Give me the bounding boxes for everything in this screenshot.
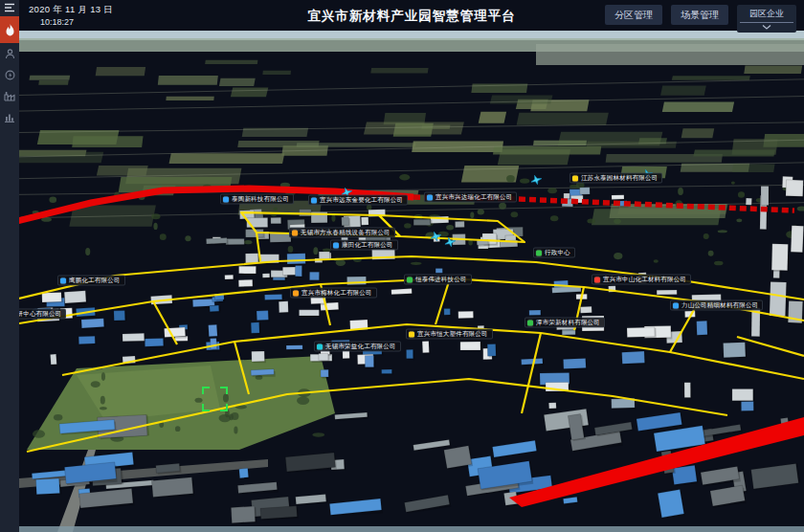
company-marker-icon <box>409 331 414 337</box>
company-map-label[interactable]: 鹰鹏化工有限公司 <box>57 276 125 286</box>
map-3d-viewport[interactable]: 泰陶新科技有限公司宜兴市远东金婴化工有限公司宜兴市兴达瑞化工有限公司无锡市方永春… <box>19 31 804 532</box>
company-marker-icon <box>572 175 578 181</box>
company-label-text: 力山公司精细材料有限公司 <box>681 302 758 309</box>
company-marker-icon <box>293 290 299 296</box>
company-marker-icon <box>292 230 298 235</box>
menu-icon[interactable] <box>0 0 19 14</box>
factory-icon <box>4 91 15 101</box>
scene-management-button[interactable]: 场景管理 <box>671 5 728 25</box>
company-map-label[interactable]: 力山公司精细材料有限公司 <box>670 300 763 311</box>
company-marker-icon <box>536 250 542 255</box>
company-map-label[interactable]: 行政中心 <box>533 248 575 258</box>
company-marker-icon <box>527 320 533 325</box>
vehicle-marker-icon[interactable] <box>529 174 544 186</box>
company-label-text: 潭市荣新材料有限公司 <box>536 320 600 326</box>
company-map-label[interactable]: 宜兴市恒大塑件有限公司 <box>406 329 493 340</box>
zone-management-button[interactable]: 分区管理 <box>605 5 662 25</box>
company-marker-icon <box>427 194 433 200</box>
company-label-text: 灵谷化工科研中心有限公司 <box>19 311 61 318</box>
company-marker-icon <box>60 277 66 283</box>
company-map-label[interactable]: 宜兴市兴达瑞化工有限公司 <box>424 192 517 203</box>
chevron-down-icon <box>762 23 771 33</box>
company-label-text: 宜兴市梅林化工有限公司 <box>302 290 372 297</box>
left-toolbar <box>0 0 19 532</box>
company-marker-icon <box>223 196 229 202</box>
company-label-text: 宜兴市远东金婴化工有限公司 <box>320 197 403 204</box>
company-marker-icon <box>594 277 600 282</box>
company-map-label[interactable]: 无锡市方永春精线设备有限公司 <box>289 228 395 238</box>
top-bar: 2020 年 11 月 13 日 10:18:27 宜兴市新材料产业园智慧管理平… <box>19 0 804 31</box>
vehicle-marker-icon[interactable] <box>429 231 443 242</box>
sidebar-item-fire[interactable] <box>0 16 19 43</box>
company-map-label[interactable]: 康田化工有限公司 <box>330 240 398 251</box>
company-map-label[interactable]: 泰陶新科技有限公司 <box>220 194 294 205</box>
company-label-text: 宜兴市中山化工材料有限公司 <box>603 277 686 283</box>
company-map-label[interactable]: 宜兴市梅林化工有限公司 <box>290 288 377 299</box>
company-marker-icon <box>673 302 679 308</box>
company-label-text: 无锡市方永春精线设备有限公司 <box>301 230 391 236</box>
company-map-label[interactable]: 恒泰伟进科技公司 <box>404 275 472 285</box>
sidebar-item-factory[interactable] <box>0 85 19 106</box>
company-map-label[interactable]: 江苏永泰园林材料有限公司 <box>570 173 662 184</box>
energy-icon <box>5 70 15 80</box>
vehicle-marker-icon[interactable] <box>443 236 458 248</box>
bar-chart-icon <box>4 112 15 122</box>
company-map-label[interactable]: 宜兴市中山化工材料有限公司 <box>592 275 691 285</box>
app-window: { "header": { "date": "2020 年 11 月 13 日"… <box>0 0 804 532</box>
sidebar-item-personnel[interactable] <box>0 43 19 64</box>
company-map-label[interactable]: 潭市荣新材料有限公司 <box>525 318 605 328</box>
company-label-text: 康田化工有限公司 <box>342 242 393 249</box>
dropdown-label: 园区企业 <box>749 7 784 22</box>
company-label-text: 恒泰伟进科技公司 <box>415 277 467 283</box>
company-label-text: 泰陶新科技有限公司 <box>232 196 289 203</box>
company-label-text: 宜兴市恒大塑件有限公司 <box>417 331 488 338</box>
company-map-label[interactable]: 宜兴市远东金婴化工有限公司 <box>308 195 408 206</box>
company-marker-icon <box>407 277 413 282</box>
company-label-text: 宜兴市兴达瑞化工有限公司 <box>436 194 512 201</box>
company-marker-icon <box>317 344 323 349</box>
sidebar-item-statistics[interactable] <box>0 106 19 127</box>
company-label-text: 行政中心 <box>545 250 570 256</box>
company-marker-icon <box>311 197 317 203</box>
company-map-label[interactable]: 无锡市荣益化工有限公司 <box>314 342 401 352</box>
sidebar-item-energy[interactable] <box>0 64 19 85</box>
company-map-label[interactable]: 灵谷化工科研中心有限公司 <box>19 309 66 320</box>
flame-icon <box>5 24 15 36</box>
park-enterprises-dropdown[interactable]: 园区企业 <box>737 5 796 33</box>
person-icon <box>5 49 15 59</box>
company-label-text: 无锡市荣益化工有限公司 <box>325 344 396 350</box>
company-label-text: 江苏永泰园林材料有限公司 <box>581 175 658 182</box>
company-marker-icon <box>333 242 339 248</box>
company-label-text: 鹰鹏化工有限公司 <box>69 277 121 284</box>
